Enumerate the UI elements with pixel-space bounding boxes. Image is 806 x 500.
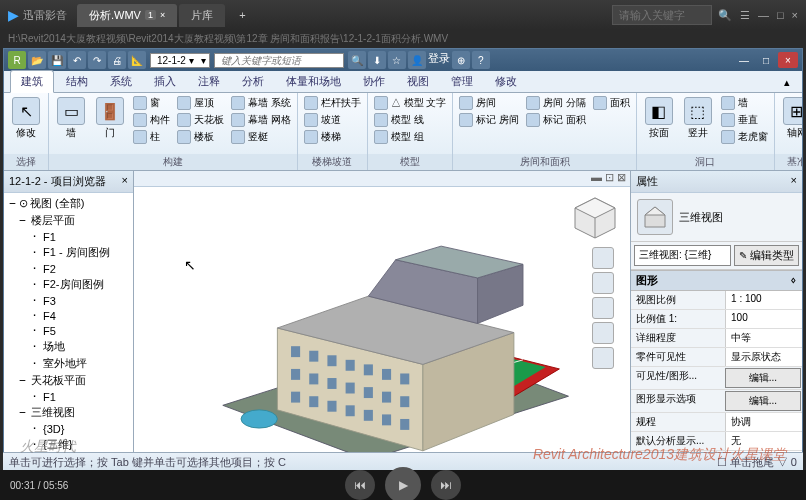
view-selector-combo[interactable]: 三维视图: {三维} [634,245,731,266]
orbit-icon[interactable] [592,322,614,344]
player-tab-library[interactable]: 片库 [179,4,225,27]
maximize-icon[interactable]: □ [777,9,784,22]
property-value[interactable]: 无 [725,432,802,450]
tree-node[interactable]: ·F2 [6,261,131,276]
property-value[interactable]: 100 [725,310,802,328]
roof-button[interactable]: 屋顶 [175,95,226,111]
play-button[interactable]: ▶ [385,467,421,500]
tree-node[interactable]: ·室外地坪 [6,355,131,372]
next-button[interactable]: ⏭ [431,470,461,500]
floor-button[interactable]: 楼板 [175,129,226,145]
grid-button[interactable]: ⊞轴网 [779,95,802,140]
area-tag-button[interactable]: 标记 面积 [524,112,588,128]
close-icon[interactable]: × [778,52,798,68]
steering-wheel-icon[interactable] [592,247,614,269]
tree-node[interactable]: −⊙视图 (全部) [6,195,131,212]
area-button[interactable]: 面积 [591,95,632,111]
lookat-icon[interactable] [592,347,614,369]
tree-node[interactable]: ·F1 [6,229,131,244]
user-icon[interactable]: 👤 [408,51,426,69]
component-button[interactable]: 构件 [131,112,172,128]
edit-type-button[interactable]: ✎ 编辑类型 [734,245,799,266]
ribbon-tab-modify[interactable]: 修改 [485,71,527,92]
property-value[interactable]: 协调 [725,413,802,431]
tree-node[interactable]: ·F3 [6,293,131,308]
tree-node[interactable]: −天花板平面 [6,372,131,389]
viewcube[interactable] [570,193,620,243]
dormer-button[interactable]: 老虎窗 [719,129,770,145]
tree-node[interactable]: ·{三维} [6,436,131,453]
help-search-input[interactable] [214,53,344,68]
app-menu-button[interactable]: R [8,51,26,69]
tree-node[interactable]: ·{3D} [6,421,131,436]
tree-node[interactable]: −楼层平面 [6,212,131,229]
measure-icon[interactable]: 📐 [128,51,146,69]
ribbon-tab-insert[interactable]: 插入 [144,71,186,92]
property-value[interactable]: 编辑... [725,391,801,411]
view-options-icon[interactable]: ▬ ⊡ ⊠ [591,171,626,186]
ribbon-tab-structure[interactable]: 结构 [56,71,98,92]
ribbon-tab-view[interactable]: 视图 [397,71,439,92]
document-selector[interactable]: 12-1-2 ▾ [150,53,210,68]
feedback-icon[interactable]: ☰ [740,9,750,22]
tree-node[interactable]: ·F2-房间图例 [6,276,131,293]
restore-icon[interactable]: □ [756,52,776,68]
previous-button[interactable]: ⏮ [345,470,375,500]
property-group-header[interactable]: 图形⬨ [631,270,802,291]
help-icon[interactable]: ? [472,51,490,69]
close-icon[interactable]: × [792,9,798,22]
minimize-icon[interactable]: — [734,52,754,68]
window-button[interactable]: 窗 [131,95,172,111]
undo-icon[interactable]: ↶ [68,51,86,69]
mullion-button[interactable]: 竖梃 [229,129,293,145]
tree-node[interactable]: ·场地 [6,338,131,355]
login-link[interactable]: 登录 [428,51,450,69]
save-icon[interactable]: 💾 [48,51,66,69]
wall-button[interactable]: ▭墙 [53,95,89,140]
player-tab-add[interactable]: + [227,4,257,27]
curtain-system-button[interactable]: 幕墙 系统 [229,95,293,111]
room-button[interactable]: 房间 [457,95,521,111]
tree-node[interactable]: ·F1 - 房间图例 [6,244,131,261]
close-icon[interactable]: × [122,174,128,189]
ribbon-tab-massing[interactable]: 体量和场地 [276,71,351,92]
favorite-icon[interactable]: ☆ [388,51,406,69]
property-value[interactable]: 1 : 100 [725,291,802,309]
close-icon[interactable]: × [791,174,797,189]
search-icon[interactable]: 🔍 [348,51,366,69]
column-button[interactable]: 柱 [131,129,172,145]
by-face-button[interactable]: ◧按面 [641,95,677,140]
ceiling-button[interactable]: 天花板 [175,112,226,128]
tree-node[interactable]: ·F5 [6,323,131,338]
modify-button[interactable]: ↖ 修改 [8,95,44,140]
ribbon-tab-annotate[interactable]: 注释 [188,71,230,92]
door-button[interactable]: 🚪门 [92,95,128,140]
pan-icon[interactable] [592,272,614,294]
player-tab-video[interactable]: 份析.WMV 1 × [77,4,177,27]
vertical-opening-button[interactable]: 垂直 [719,112,770,128]
subscription-icon[interactable]: ⬇ [368,51,386,69]
tree-node[interactable]: −三维视图 [6,404,131,421]
exchange-icon[interactable]: ⊕ [452,51,470,69]
wall-opening-button[interactable]: 墙 [719,95,770,111]
ribbon-tab-collaborate[interactable]: 协作 [353,71,395,92]
search-icon[interactable]: 🔍 [718,9,732,22]
curtain-grid-button[interactable]: 幕墙 网格 [229,112,293,128]
property-value[interactable]: 显示原状态 [725,348,802,366]
redo-icon[interactable]: ↷ [88,51,106,69]
player-search-input[interactable] [612,5,712,25]
railing-button[interactable]: 栏杆扶手 [302,95,363,111]
close-icon[interactable]: × [160,10,165,20]
print-icon[interactable]: 🖨 [108,51,126,69]
room-tag-button[interactable]: 标记 房间 [457,112,521,128]
zoom-icon[interactable] [592,297,614,319]
room-separator-button[interactable]: 房间 分隔 [524,95,588,111]
drawing-canvas[interactable]: ↖ [134,187,630,469]
property-value[interactable]: 编辑... [725,368,801,388]
model-group-button[interactable]: 模型 组 [372,129,449,145]
tree-node[interactable]: ·F1 [6,389,131,404]
browser-tree[interactable]: −⊙视图 (全部)−楼层平面·F1·F1 - 房间图例·F2·F2-房间图例·F… [4,193,133,469]
open-icon[interactable]: 📂 [28,51,46,69]
ramp-button[interactable]: 坡道 [302,112,363,128]
ribbon-expand-icon[interactable]: ▴ [778,73,796,92]
